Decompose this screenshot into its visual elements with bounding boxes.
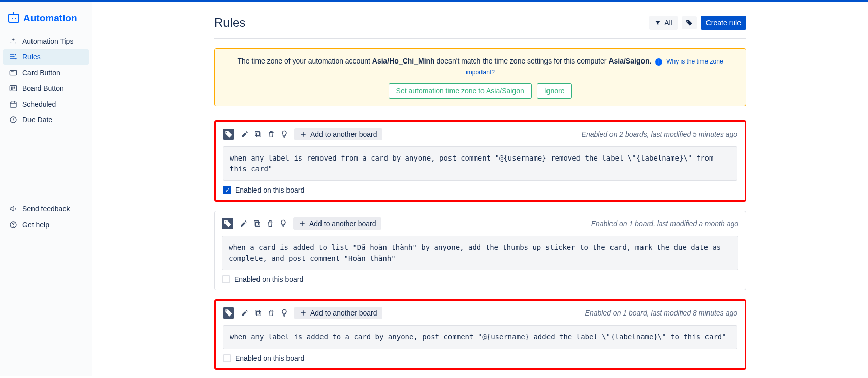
rule-footer: Enabled on this board [222,275,738,284]
tag-icon [224,130,233,138]
help-icon [9,220,17,229]
rule-body: when any label is removed from a card by… [223,146,737,181]
ignore-timezone-button[interactable]: Ignore [537,83,572,99]
sidebar-footer-get-help[interactable]: Get help [3,217,89,232]
megaphone-icon [9,205,17,213]
sidebar-item-automation-tips[interactable]: Automation Tips [3,34,89,49]
edit-rule-button[interactable] [239,129,250,140]
sidebar-footer-send-feedback[interactable]: Send feedback [3,201,89,216]
add-to-board-button[interactable]: Add to another board [294,307,382,319]
page-title: Rules [214,16,245,30]
copy-rule-button[interactable] [251,218,263,229]
set-timezone-button[interactable]: Set automation time zone to Asia/Saigon [389,83,532,99]
copy-rule-button[interactable] [252,129,264,140]
info-icon: i [655,58,662,66]
sidebar-item-label: Due Date [22,116,52,124]
edit-rule-button[interactable] [239,307,250,319]
rule-card: Add to another boardEnabled on 1 board, … [214,211,746,290]
brand-header: Automation [0,10,92,33]
copy-rule-button[interactable] [252,307,264,319]
svg-rect-14 [255,222,260,226]
rules-list: Add to another boardEnabled on 2 boards,… [214,120,746,370]
tag-icon [223,307,234,319]
sidebar-footer-label: Get help [22,220,49,229]
delete-rule-button[interactable] [266,307,277,319]
filter-all-label: All [664,19,672,27]
svg-point-1 [13,56,15,58]
sidebar-item-card-button[interactable]: Card Button [3,65,89,80]
rule-card: Add to another boardEnabled on 1 board, … [214,299,746,370]
card-icon [9,69,17,77]
sidebar-item-scheduled[interactable]: Scheduled [3,97,89,112]
rule-insights-button[interactable] [279,307,290,319]
tag-icon [224,309,233,317]
rule-header: Add to another boardEnabled on 1 board, … [222,217,738,230]
enabled-checkbox[interactable] [223,186,231,194]
rule-meta: Enabled on 1 board, last modified a mont… [591,219,738,228]
svg-point-2 [15,58,17,60]
calendar-icon [9,100,17,108]
plus-icon [299,309,307,317]
help-icon [9,220,17,229]
board-icon [9,84,17,92]
enabled-checkbox[interactable] [223,354,231,362]
rule-footer: Enabled on this board [223,354,737,362]
plus-icon [298,219,306,228]
create-rule-button[interactable]: Create rule [701,16,746,30]
sidebar-item-board-button[interactable]: Board Button [3,81,89,96]
edit-rule-button[interactable] [238,218,249,229]
sidebar-item-label: Card Button [22,69,60,77]
bulb-icon [280,130,288,138]
delete-rule-button[interactable] [266,129,277,140]
edit-icon [240,219,248,228]
tags-icon [686,19,693,26]
copy-icon [254,130,262,138]
rule-card: Add to another boardEnabled on 2 boards,… [214,120,746,202]
timezone-banner: The time zone of your automation account… [214,48,746,106]
svg-rect-3 [10,70,16,75]
svg-rect-17 [255,310,260,314]
nav-list: Automation TipsRulesCard ButtonBoard But… [0,33,92,201]
rule-header: Add to another boardEnabled on 2 boards,… [223,128,737,140]
sidebar-item-label: Scheduled [22,100,56,108]
timezone-text: The time zone of your automation account… [224,56,736,77]
sidebar-item-label: Automation Tips [22,37,73,45]
add-to-board-button[interactable]: Add to another board [293,217,381,230]
sidebar-item-due-date[interactable]: Due Date [3,112,89,128]
enabled-label: Enabled on this board [234,275,303,284]
megaphone-icon [9,205,17,213]
sidebar-item-label: Board Button [22,84,64,92]
tag-icon [223,219,232,228]
create-rule-label: Create rule [706,19,741,27]
svg-rect-15 [254,221,259,225]
copy-icon [253,219,261,228]
svg-rect-16 [256,311,261,316]
delete-rule-button[interactable] [265,218,276,229]
card-icon [9,69,17,77]
svg-rect-8 [10,102,16,107]
tags-filter-button[interactable] [682,16,697,29]
svg-rect-7 [14,87,15,89]
enabled-checkbox[interactable] [222,275,230,284]
add-to-board-button[interactable]: Add to another board [294,128,382,140]
add-to-board-label: Add to another board [309,219,376,228]
rule-insights-button[interactable] [278,218,289,229]
edit-icon [241,130,249,138]
clock-icon [9,116,17,124]
svg-rect-6 [11,87,12,90]
filter-all-button[interactable]: All [649,16,678,30]
rule-insights-button[interactable] [279,129,290,140]
sparkle-icon [9,37,17,45]
main-content: Rules All Create rule The time zone of y… [92,2,868,376]
bulb-icon [280,309,288,317]
sliders-icon [9,53,17,61]
edit-icon [241,309,249,317]
filter-icon [654,19,661,26]
svg-rect-4 [11,71,13,72]
calendar-icon [9,100,17,108]
bulb-icon [279,219,287,228]
header-actions: All Create rule [649,16,746,30]
clock-icon [9,116,17,124]
sidebar-item-rules[interactable]: Rules [3,49,89,65]
enabled-label: Enabled on this board [235,186,304,194]
